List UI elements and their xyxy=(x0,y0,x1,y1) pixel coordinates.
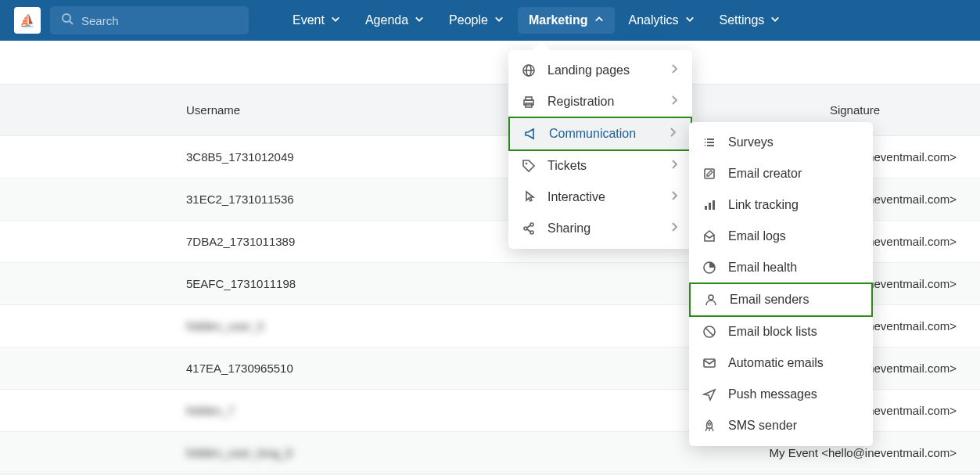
share-icon xyxy=(521,221,537,236)
menu-item-email-creator[interactable]: Email creator xyxy=(689,158,873,189)
menu-item-communication[interactable]: Communication xyxy=(508,117,692,151)
menu-item-email-health[interactable]: Email health xyxy=(689,252,873,283)
nav-marketing[interactable]: Marketing xyxy=(518,7,615,34)
cell-username: hidden_7 xyxy=(0,404,745,417)
menu-item-tickets[interactable]: Tickets xyxy=(508,150,692,182)
chevron-down-icon xyxy=(494,13,504,27)
tag-icon xyxy=(521,158,537,174)
menu-item-label: Email block lists xyxy=(728,325,860,339)
list-icon xyxy=(702,135,717,150)
edit-icon xyxy=(702,166,717,182)
chevron-right-icon xyxy=(667,127,678,141)
menu-item-label: Link tracking xyxy=(728,198,860,212)
user-icon xyxy=(703,292,719,308)
menu-item-label: Email senders xyxy=(730,293,859,307)
nav-label: Event xyxy=(293,13,325,27)
chevron-right-icon xyxy=(669,159,680,173)
nav-label: Agenda xyxy=(365,13,408,27)
cell-username: 5EAFC_1731011198 xyxy=(0,277,745,290)
chevron-down-icon xyxy=(415,13,424,27)
menu-item-label: SMS sender xyxy=(728,419,860,433)
menu-item-email-logs[interactable]: Email logs xyxy=(689,221,873,252)
bullhorn-icon xyxy=(522,126,538,142)
plane-icon xyxy=(702,387,717,402)
menu-item-label: Registration xyxy=(547,95,658,109)
app-logo[interactable]: ⛵ xyxy=(14,7,41,34)
cell-signature: My Event <hello@ineventmail.com> xyxy=(745,446,980,459)
chevron-down-icon xyxy=(331,13,340,27)
menu-item-automatic-emails[interactable]: Automatic emails xyxy=(689,347,873,379)
menu-item-label: Sharing xyxy=(547,221,658,236)
nav-label: Marketing xyxy=(529,13,588,27)
menu-item-registration[interactable]: Registration xyxy=(508,86,692,117)
envelope-open-icon xyxy=(702,229,717,244)
menu-item-label: Automatic emails xyxy=(728,356,860,370)
chevron-down-icon xyxy=(685,13,695,27)
menu-item-email-senders[interactable]: Email senders xyxy=(689,282,873,317)
top-navbar: ⛵ Event Agenda People Marketing Analytic… xyxy=(0,0,980,41)
nav-items: Event Agenda People Marketing Analytics … xyxy=(282,7,791,34)
nav-settings[interactable]: Settings xyxy=(709,7,792,34)
communication-submenu: SurveysEmail creatorLink trackingEmail l… xyxy=(689,122,873,446)
menu-item-email-block-lists[interactable]: Email block lists xyxy=(689,316,873,347)
menu-item-label: Interactive xyxy=(547,190,658,204)
nav-label: People xyxy=(449,13,488,27)
envelope-icon xyxy=(702,355,717,371)
menu-item-label: Landing pages xyxy=(547,63,658,77)
menu-item-sms-sender[interactable]: SMS sender xyxy=(689,410,873,441)
menu-item-interactive[interactable]: Interactive xyxy=(508,182,692,213)
globe-icon xyxy=(521,63,537,78)
menu-item-sharing[interactable]: Sharing xyxy=(508,213,692,244)
menu-item-landing-pages[interactable]: Landing pages xyxy=(508,55,692,86)
chevron-right-icon xyxy=(669,190,680,204)
chevron-up-icon xyxy=(594,13,604,27)
pointer-icon xyxy=(521,189,537,205)
menu-item-link-tracking[interactable]: Link tracking xyxy=(689,189,873,221)
cell-username: hidden_user_5 xyxy=(0,319,745,333)
menu-item-push-messages[interactable]: Push messages xyxy=(689,379,873,410)
menu-item-surveys[interactable]: Surveys xyxy=(689,127,873,158)
sub-header-band xyxy=(0,41,980,85)
menu-item-label: Email health xyxy=(728,261,860,275)
chart-icon xyxy=(702,197,717,213)
menu-item-label: Email logs xyxy=(728,229,860,243)
search-input[interactable] xyxy=(81,14,238,27)
nav-people[interactable]: People xyxy=(438,7,515,34)
cell-username: hidden_user_long_8 xyxy=(0,446,745,459)
menu-item-label: Email creator xyxy=(728,167,860,181)
health-icon xyxy=(702,260,717,275)
chevron-down-icon xyxy=(770,13,780,27)
menu-item-label: Surveys xyxy=(728,135,860,149)
chevron-right-icon xyxy=(669,63,680,77)
search-box[interactable] xyxy=(50,6,249,34)
menu-item-label: Push messages xyxy=(728,387,860,401)
chevron-right-icon xyxy=(669,95,680,109)
marketing-dropdown: Landing pagesRegistrationCommunicationTi… xyxy=(508,50,692,249)
menu-item-label: Tickets xyxy=(547,159,658,173)
nav-agenda[interactable]: Agenda xyxy=(354,7,435,34)
nav-analytics[interactable]: Analytics xyxy=(618,7,705,34)
chevron-right-icon xyxy=(669,221,680,236)
rocket-icon xyxy=(702,418,717,434)
printer-icon xyxy=(521,94,537,110)
column-header-signature[interactable]: Signature xyxy=(745,103,980,117)
nav-label: Settings xyxy=(720,13,765,27)
menu-item-label: Communication xyxy=(549,127,656,141)
nav-event[interactable]: Event xyxy=(282,7,351,34)
cell-username: 417EA_1730965510 xyxy=(0,362,745,375)
search-icon xyxy=(61,13,74,28)
nav-label: Analytics xyxy=(629,13,679,27)
ban-icon xyxy=(702,324,717,340)
